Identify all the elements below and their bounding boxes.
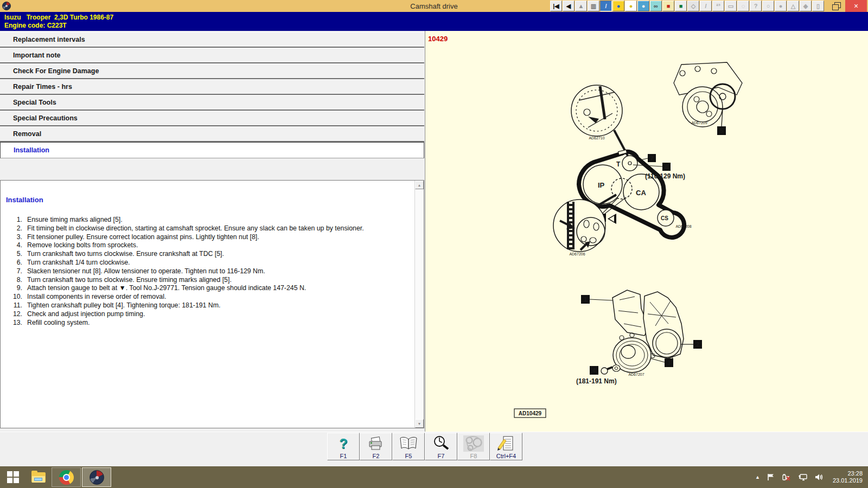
key-tool-icon-glyph: / [705,3,706,9]
go-first-icon-glyph: |◀ [553,3,559,9]
hazard-triangle-icon[interactable]: △ [787,1,799,11]
section-removal[interactable]: Removal [0,126,424,142]
taskbar-chrome[interactable] [52,467,81,487]
diagnostic-question-icon[interactable]: ? [750,1,762,11]
taskbar-workshop-app[interactable] [82,467,111,487]
warning-triangle-icon[interactable]: ▲ [575,1,587,11]
battery-box-icon[interactable]: ▯ [812,1,824,11]
svg-text:IP: IP [598,181,605,189]
section-installation[interactable]: Installation [0,142,424,158]
title-bar: Camshaft drive |◀◀▲▥/●●●∞■■◇/²³▭◌?○●△◆▯ … [0,0,868,12]
svg-text:CS: CS [661,215,668,221]
wheels-tyres-icon[interactable]: ● [637,1,649,11]
section-label: Replacement intervals [13,36,85,43]
fkey-label: F8 [470,453,477,459]
step-text: Ensure timing marks aligned [5]. [27,216,123,224]
close-window-button[interactable]: × [845,0,867,12]
car-side-icon[interactable]: ◆ [800,1,812,11]
printer-icon [366,434,386,453]
fkey-label: F7 [438,453,445,459]
content-heading: Installation [6,196,414,204]
lifting-platform-green-icon[interactable]: ■ [675,1,687,11]
person-icon[interactable]: ○ [762,1,774,11]
section-repair-times-hrs[interactable]: Repair Times - hrs [0,79,424,95]
numbers-icon[interactable]: ²³ [712,1,724,11]
step-number: 11. [6,301,22,310]
taskbar-file-explorer[interactable] [26,466,51,488]
installation-step-11: 11.Tighten crankshaft pulley bolt [4]. T… [6,301,414,310]
figure-ref-box: AD10429 [514,409,546,418]
taskbar-clock[interactable]: 23:28 23.01.2019 [831,470,863,484]
lifting-platform-red-icon-glyph: ■ [667,3,671,9]
installation-step-12: 12.Check and adjust injection pump timin… [6,310,414,319]
step-number: 9. [6,284,22,293]
bulb-icon[interactable]: ● [775,1,787,11]
fkey-button-f2[interactable]: F2 [360,433,392,460]
fkey-button-f7[interactable]: F7 [425,433,457,460]
fkey-button-f1[interactable]: ?F1 [327,433,360,460]
step-text: Check and adjust injection pump timing. [27,310,145,319]
edit-note-icon [496,434,516,453]
action-center-flag-icon[interactable] [767,473,775,481]
fkey-button-f5[interactable]: F5 [392,433,425,460]
belt-pulleys-icon[interactable]: ∞ [650,1,662,11]
svg-text:7: 7 [650,155,653,162]
section-special-precautions[interactable]: Special Precautions [0,111,424,126]
svg-text:CA: CA [636,189,646,197]
section-label: Special Precautions [13,114,78,122]
step-number: 3. [6,233,22,242]
installation-step-13: 13.Refill cooling system. [6,319,414,328]
section-important-note[interactable]: Important note [0,48,424,63]
svg-text:AD67208: AD67208 [675,224,691,228]
chrome-icon [59,470,74,485]
section-label: Removal [13,130,41,138]
lifting-platform-red-icon[interactable]: ■ [662,1,674,11]
clock-date: 23.01.2019 [833,477,863,484]
scroll-up-button[interactable] [415,181,424,189]
function-toolbar: ?F1F2F5F7F8Ctrl+F4 [0,432,868,466]
panel-icon[interactable]: ▭ [725,1,737,11]
vehicle-header: Isuzu Trooper 2,3D Turbo 1986-87 Engine … [0,12,868,31]
technical-data-globe-icon[interactable]: ● [612,1,624,11]
content-scrollbar[interactable] [414,181,424,428]
go-first-icon[interactable]: |◀ [550,1,562,11]
restore-window-button[interactable] [832,2,841,10]
volume-speaker-icon[interactable] [814,473,824,481]
repair-wrench-icon[interactable]: / [600,1,612,11]
left-pane: Replacement intervalsImportant noteCheck… [0,31,425,432]
wheels-tyres-icon-glyph: ● [642,3,646,9]
start-button[interactable] [0,466,26,488]
section-replacement-intervals[interactable]: Replacement intervals [0,32,424,48]
bulb-icon-glyph: ● [779,3,783,9]
step-number: 8. [6,276,22,285]
go-back-icon[interactable]: ◀ [563,1,575,11]
taskbar: ▲ 23:28 23.01.2019 [0,466,868,488]
network-display-icon[interactable] [798,473,808,481]
car-side-icon-glyph: ◆ [803,3,808,9]
svg-text:2: 2 [696,341,699,348]
installation-step-4: 4.Remove locking bolts from sprockets. [6,241,414,250]
windows-logo-icon [7,471,19,483]
power-plug-disconnected-icon[interactable] [782,473,792,481]
exit-module-icon[interactable]: ▥ [588,1,599,11]
step-text: Remove locking bolts from sprockets. [27,241,138,250]
scroll-down-button[interactable] [415,419,424,428]
fkey-button-ctrl-f4[interactable]: Ctrl+F4 [490,433,522,460]
gears-hand-icon[interactable]: ◌ [737,1,749,11]
installation-step-1: 1.Ensure timing marks aligned [5]. [6,216,414,224]
exit-module-icon-glyph: ▥ [591,3,596,9]
key-tool-icon[interactable]: / [700,1,712,11]
step-text: Turn crankshaft 1/4 turn clockwise. [27,259,130,267]
svg-text:1: 1 [584,296,587,303]
system-tray: ▲ 23:28 23.01.2019 [755,466,868,488]
vehicle-data-icon[interactable]: ◇ [687,1,699,11]
step-text: Refill cooling system. [27,319,90,328]
installation-steps: 1.Ensure timing marks aligned [5].2.Fit … [6,216,414,327]
mouse-icon[interactable]: ● [625,1,637,11]
tray-expand-icon[interactable]: ▲ [755,474,760,480]
detail-circle-timing-mark: AD62710 [571,85,628,156]
section-special-tools[interactable]: Special Tools [0,95,424,111]
main-area: Replacement intervalsImportant noteCheck… [0,31,868,432]
fkey-label: F5 [405,453,412,459]
section-check-for-engine-damage[interactable]: Check For Engine Damage [0,63,424,79]
